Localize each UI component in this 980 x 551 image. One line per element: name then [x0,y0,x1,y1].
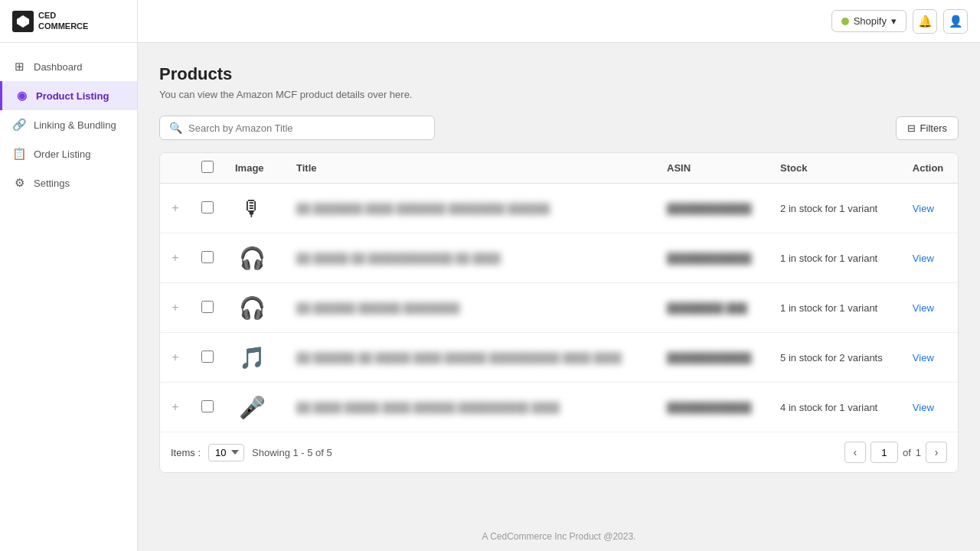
view-link[interactable]: View [913,253,934,264]
row-action: View [902,233,958,283]
row-checkbox[interactable] [201,301,214,313]
row-checkbox-cell [191,283,224,333]
row-checkbox[interactable] [201,201,214,214]
col-expand [160,153,191,184]
pagination-bar: Items : 10 25 50 Showing 1 - 5 of 5 ‹ of… [160,432,958,472]
product-title: ██ ██████ ██████ ████████ [296,302,459,314]
row-title: ██ ██████ ██ █████ ████ ██████ █████████… [286,333,656,383]
row-checkbox[interactable] [201,400,214,412]
view-link[interactable]: View [913,402,934,413]
prev-page-button[interactable]: ‹ [844,442,866,463]
search-input[interactable] [188,122,425,134]
filters-button[interactable]: ⊟ Filters [896,116,959,140]
product-stock: 4 in stock for 1 variant [780,402,877,413]
product-stock: 1 in stock for 1 variant [780,253,877,264]
table-row: + 🎙 ██ ███████ ████ ███████ ████████ ███… [160,184,958,233]
product-stock: 2 in stock for 1 variant [780,203,877,214]
row-checkbox[interactable] [201,251,214,263]
row-expand-btn[interactable]: + [160,233,191,283]
sidebar-nav: ⊞ Dashboard ◉ Product Listing 🔗 Linking … [0,43,137,551]
row-checkbox-cell [191,333,224,383]
sidebar-item-product-listing[interactable]: ◉ Product Listing [0,81,137,110]
shopify-label: Shopify [854,15,887,27]
user-button[interactable]: 👤 [943,9,968,34]
product-asin: ████████ ███ [667,302,747,314]
row-stock: 1 in stock for 1 variant [769,283,902,333]
table-row: + 🎵 ██ ██████ ██ █████ ████ ██████ █████… [160,333,958,383]
col-stock: Stock [769,153,902,184]
row-action: View [902,283,958,333]
product-asin: ████████████ [667,402,752,413]
order-icon: 📋 [12,147,26,161]
filter-label: Filters [920,122,947,134]
product-stock: 1 in stock for 1 variant [780,302,877,314]
product-listing-icon: ◉ [15,89,28,103]
sidebar-item-order-listing[interactable]: 📋 Order Listing [0,139,137,168]
page-of-text: of [903,447,911,458]
user-icon: 👤 [949,15,963,28]
row-expand-btn[interactable]: + [160,184,191,233]
items-per-page-select[interactable]: 10 25 50 [208,444,244,461]
sidebar-item-label: Product Listing [36,90,109,102]
row-title: ██ ████ █████ ████ ██████ ██████████ ███… [286,383,656,432]
row-expand-btn[interactable]: + [160,333,191,383]
sidebar-item-dashboard[interactable]: ⊞ Dashboard [0,52,137,81]
sidebar-item-settings[interactable]: ⚙ Settings [0,168,137,197]
svg-marker-0 [17,15,29,28]
page-navigation: ‹ of 1 › [844,442,947,463]
product-image: 🎧 [235,241,269,275]
col-action: Action [902,153,958,184]
table-row: + 🎧 ██ █████ ██ ████████████ ██ ████ ███… [160,233,958,283]
page-subtitle: You can view the Amazon MCF product deta… [159,89,959,100]
page-number-input[interactable] [871,442,898,463]
product-title: ██ ██████ ██ █████ ████ ██████ █████████… [296,352,622,364]
view-link[interactable]: View [913,302,934,314]
view-link[interactable]: View [913,203,934,214]
row-expand-btn[interactable]: + [160,283,191,333]
row-title: ██ █████ ██ ████████████ ██ ████ [286,233,656,283]
row-stock: 5 in stock for 2 variants [769,333,902,383]
shopify-button[interactable]: Shopify ▾ [831,10,906,32]
row-asin: ████████ ███ [656,283,769,333]
row-expand-btn[interactable]: + [160,383,191,432]
shopify-status-dot [841,18,849,25]
notification-button[interactable]: 🔔 [913,9,937,34]
product-image: 🎙 [235,191,269,225]
row-checkbox-cell [191,383,224,432]
total-pages: 1 [916,447,921,458]
row-image: 🎤 [224,383,286,432]
page-content: Products You can view the Amazon MCF pro… [138,43,980,522]
bell-icon: 🔔 [918,15,933,28]
footer-text: A CedCommerce Inc Product @2023. [482,531,636,542]
view-link[interactable]: View [913,352,934,364]
next-page-button[interactable]: › [926,442,947,463]
logo-text: CED COMMERCE [38,11,88,31]
search-icon: 🔍 [169,122,182,134]
col-image: Image [224,153,286,184]
product-image: 🎧 [235,291,269,324]
product-title: ██ ███████ ████ ███████ ████████ ██████ [296,203,550,214]
select-all-checkbox[interactable] [201,161,214,173]
sidebar-item-linking-bundling[interactable]: 🔗 Linking & Bundling [0,110,137,139]
products-table: Image Title ASIN Stock Action + 🎙 ██ ███… [159,152,959,473]
row-stock: 4 in stock for 1 variant [769,383,902,432]
page-title: Products [159,64,959,84]
topbar: Shopify ▾ 🔔 👤 [138,0,980,43]
table-row: + 🎤 ██ ████ █████ ████ ██████ ██████████… [160,383,958,432]
row-image: 🎧 [224,283,286,333]
search-box[interactable]: 🔍 [159,116,435,140]
showing-text: Showing 1 - 5 of 5 [252,447,837,458]
product-asin: ████████████ [667,203,752,214]
row-asin: ████████████ [656,383,769,432]
sidebar-item-label: Order Listing [34,148,90,160]
toolbar: 🔍 ⊟ Filters [159,116,959,140]
logo: CED COMMERCE [0,0,137,43]
sidebar-item-label: Dashboard [34,61,83,73]
row-checkbox[interactable] [201,350,214,363]
filter-icon: ⊟ [907,122,916,134]
row-action: View [902,184,958,233]
product-image: 🎵 [235,341,269,374]
linking-icon: 🔗 [12,118,26,132]
row-checkbox-cell [191,184,224,233]
product-title: ██ ████ █████ ████ ██████ ██████████ ███… [296,402,560,413]
